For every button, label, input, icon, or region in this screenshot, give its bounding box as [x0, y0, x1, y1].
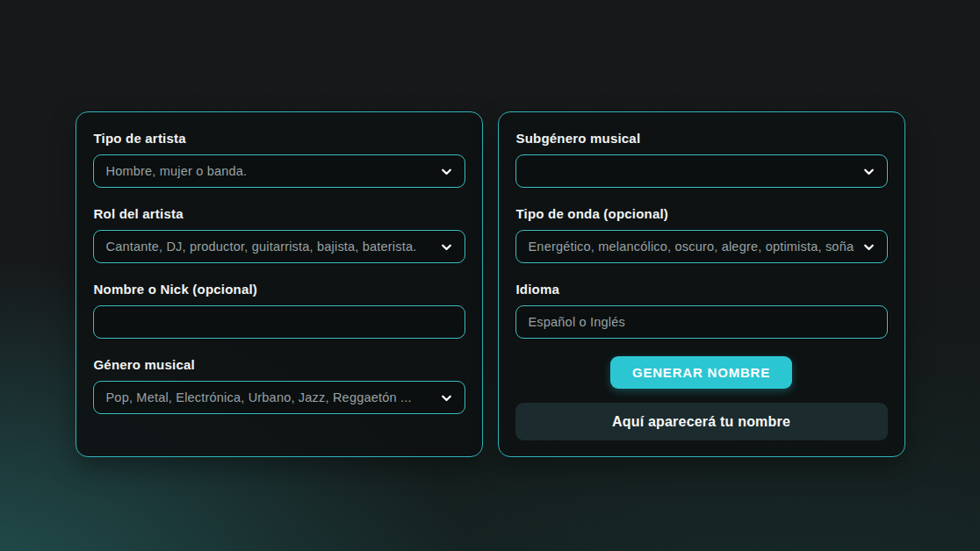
nombre-nick-input[interactable] [93, 305, 465, 339]
select-placeholder: Pop, Metal, Electrónica, Urbano, Jazz, R… [106, 390, 432, 404]
field-tipo-de-artista: Tipo de artista Hombre, mujer o banda. [93, 131, 465, 188]
nombre-nick-label: Nombre o Nick (opcional) [94, 282, 465, 297]
select-placeholder: Cantante, DJ, productor, guitarrista, ba… [106, 240, 432, 254]
button-row: GENERAR NOMBRE [515, 356, 888, 389]
tipo-de-artista-label: Tipo de artista [94, 131, 465, 146]
form-area: Tipo de artista Hombre, mujer o banda. R… [0, 0, 980, 457]
field-genero-musical: Género musical Pop, Metal, Electrónica, … [93, 357, 465, 414]
field-subgenero-musical: Subgénero musical [515, 131, 888, 188]
chevron-down-icon [439, 164, 454, 179]
chevron-down-icon [439, 240, 454, 254]
genero-musical-label: Género musical [94, 357, 465, 372]
tipo-de-artista-select[interactable]: Hombre, mujer o banda. [93, 154, 465, 188]
result-box: Aquí aparecerá tu nombre [515, 403, 888, 440]
field-rol-del-artista: Rol del artista Cantante, DJ, productor,… [93, 206, 465, 263]
subgenero-musical-select[interactable] [515, 154, 888, 188]
select-placeholder: Energético, melancólico, oscuro, alegre,… [529, 240, 854, 254]
tipo-de-onda-select[interactable]: Energético, melancólico, oscuro, alegre,… [515, 230, 888, 263]
idioma-input[interactable] [515, 305, 888, 339]
generar-nombre-button[interactable]: GENERAR NOMBRE [610, 356, 792, 389]
chevron-down-icon [861, 240, 876, 254]
right-form-panel: Subgénero musical Tipo de onda (opcional… [498, 111, 905, 457]
chevron-down-icon [861, 164, 876, 179]
left-form-panel: Tipo de artista Hombre, mujer o banda. R… [76, 111, 483, 457]
chevron-down-icon [439, 390, 454, 405]
field-idioma: Idioma [515, 282, 888, 339]
rol-del-artista-select[interactable]: Cantante, DJ, productor, guitarrista, ba… [93, 230, 465, 263]
select-placeholder: Hombre, mujer o banda. [106, 164, 432, 178]
field-tipo-de-onda: Tipo de onda (opcional) Energético, mela… [515, 206, 888, 263]
subgenero-musical-label: Subgénero musical [516, 131, 888, 146]
tipo-de-onda-label: Tipo de onda (opcional) [516, 206, 888, 221]
result-placeholder-text: Aquí aparecerá tu nombre [612, 414, 790, 430]
field-nombre-nick: Nombre o Nick (opcional) [93, 282, 465, 339]
idioma-label: Idioma [516, 282, 888, 297]
rol-del-artista-label: Rol del artista [94, 206, 465, 221]
genero-musical-select[interactable]: Pop, Metal, Electrónica, Urbano, Jazz, R… [93, 381, 465, 414]
